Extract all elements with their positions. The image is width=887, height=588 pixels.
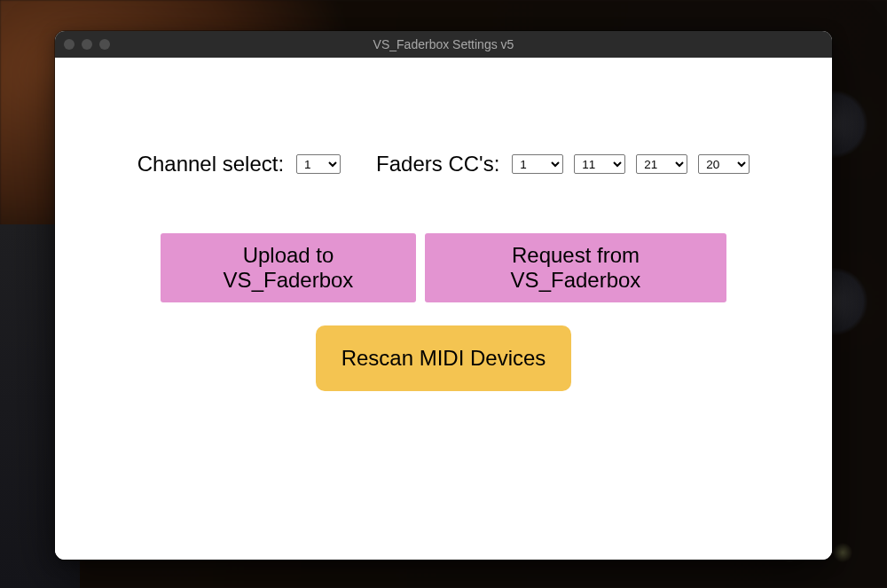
channel-select[interactable]: 1 (296, 154, 341, 174)
close-icon[interactable] (64, 39, 75, 50)
window-content: Channel select: 1 Faders CC's: 1 11 21 2… (55, 58, 832, 560)
rescan-midi-button[interactable]: Rescan MIDI Devices (316, 325, 571, 391)
window-title: VS_Faderbox Settings v5 (55, 37, 832, 51)
fader-cc-select-4[interactable]: 20 (698, 154, 750, 174)
zoom-icon[interactable] (99, 39, 110, 50)
fader-cc-select-3[interactable]: 21 (636, 154, 687, 174)
upload-request-row: Upload to VS_Faderbox Request from VS_Fa… (55, 233, 832, 302)
fader-cc-select-2[interactable]: 11 (574, 154, 625, 174)
app-window: VS_Faderbox Settings v5 Channel select: … (55, 31, 832, 560)
traffic-lights (64, 39, 110, 50)
selects-row: Channel select: 1 Faders CC's: 1 11 21 2… (55, 152, 832, 176)
faders-cc-label: Faders CC's: (376, 152, 499, 176)
rescan-row: Rescan MIDI Devices (55, 325, 832, 391)
upload-button[interactable]: Upload to VS_Faderbox (161, 233, 416, 302)
fader-cc-select-1[interactable]: 1 (512, 154, 563, 174)
titlebar[interactable]: VS_Faderbox Settings v5 (55, 31, 832, 58)
minimize-icon[interactable] (82, 39, 92, 50)
request-button[interactable]: Request from VS_Faderbox (425, 233, 726, 302)
channel-select-label: Channel select: (137, 152, 284, 176)
